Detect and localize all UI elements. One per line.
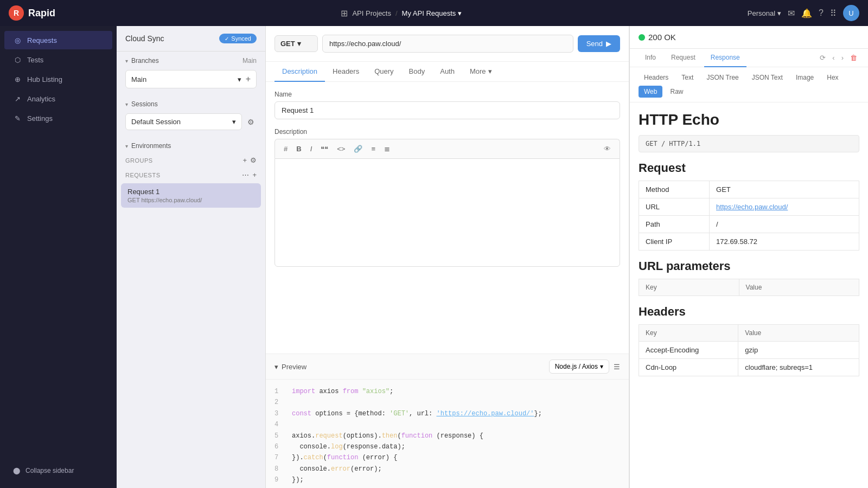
link-btn[interactable]: 🔗 xyxy=(352,144,365,154)
hub-icon: ⊕ xyxy=(13,75,22,84)
subtab-web[interactable]: Web xyxy=(639,86,662,98)
request-item-url: GET https://echo.paw.cloud/ xyxy=(127,197,254,203)
table-cell-value: 172.69.58.72 xyxy=(710,233,859,251)
branch-select[interactable]: Main ▾ + xyxy=(125,70,257,88)
sidebar-item-requests[interactable]: ◎ Requests xyxy=(4,31,112,49)
table-cell-key: Method xyxy=(639,181,710,198)
bell-icon[interactable]: 🔔 xyxy=(801,8,812,18)
bold-btn[interactable]: B xyxy=(294,144,303,154)
grid-apps-icon[interactable]: ⠿ xyxy=(830,8,837,18)
requests-header: Requests ⋯ + xyxy=(117,168,265,182)
italic-btn[interactable]: I xyxy=(308,144,315,154)
tab-description[interactable]: Description xyxy=(275,62,325,82)
chevron-down-icon: ▾ xyxy=(275,363,278,371)
mail-icon[interactable]: ✉ xyxy=(788,8,795,18)
tab-request[interactable]: Request xyxy=(665,49,702,67)
code-line: 2 xyxy=(275,397,620,408)
tab-body[interactable]: Body xyxy=(401,62,433,82)
subtab-headers[interactable]: Headers xyxy=(639,72,674,84)
request-editor: GET ▾ Send ▶ Description Headers Query B… xyxy=(266,26,629,488)
group-settings-icon[interactable]: ⚙ xyxy=(250,156,257,164)
subtab-hex[interactable]: Hex xyxy=(821,72,844,84)
left-sidebar: ◎ Requests ⬡ Tests ⊕ Hub Listing ↗ Analy… xyxy=(0,26,117,488)
main-layout: ◎ Requests ⬡ Tests ⊕ Hub Listing ↗ Analy… xyxy=(0,26,868,488)
name-input[interactable] xyxy=(275,101,620,119)
table-cell-key: Path xyxy=(639,216,710,233)
chevron-down-icon: ▾ xyxy=(125,101,128,107)
description-toolbar: # B I ❝❝ <> 🔗 ≡ ≣ 👁 xyxy=(275,139,620,158)
request-item[interactable]: Request 1 GET https://echo.paw.cloud/ xyxy=(121,183,261,208)
response-tab-actions: ⟳ ‹ › 🗑 xyxy=(818,52,859,64)
subtab-image[interactable]: Image xyxy=(790,72,819,84)
session-settings-icon[interactable]: ⚙ xyxy=(245,115,257,129)
session-row: Default Session ▾ ⚙ xyxy=(117,111,265,137)
language-select[interactable]: Node.js / Axios ▾ xyxy=(549,359,609,374)
tab-info[interactable]: Info xyxy=(639,49,662,67)
table-cell-key: Cdn-Loop xyxy=(639,359,738,376)
tab-auth[interactable]: Auth xyxy=(432,62,462,82)
request-item-name: Request 1 xyxy=(127,188,254,196)
subtab-text[interactable]: Text xyxy=(676,72,699,84)
code-line: 1 import axios from "axios"; xyxy=(275,386,620,397)
help-icon[interactable]: ? xyxy=(819,8,824,18)
tab-query[interactable]: Query xyxy=(367,62,401,82)
tab-headers[interactable]: Headers xyxy=(325,62,367,82)
sessions-label: Sessions xyxy=(131,100,158,108)
list-btn[interactable]: ≡ xyxy=(369,144,378,154)
subtab-raw[interactable]: Raw xyxy=(665,86,688,98)
url-input[interactable] xyxy=(322,35,573,53)
add-request-icon[interactable]: + xyxy=(252,171,257,179)
subtab-json-tree[interactable]: JSON Tree xyxy=(701,72,744,84)
branches-value: Main xyxy=(242,57,257,65)
tab-response[interactable]: Response xyxy=(704,49,746,67)
add-branch-icon[interactable]: + xyxy=(246,74,251,84)
api-projects-link[interactable]: API Projects xyxy=(352,9,391,17)
collapse-icon: ⬤ xyxy=(13,467,20,474)
code-btn[interactable]: <> xyxy=(335,144,347,154)
send-button[interactable]: Send ▶ xyxy=(578,35,620,52)
next-icon[interactable]: › xyxy=(839,52,846,64)
sessions-toggle[interactable]: ▾ Sessions xyxy=(125,100,158,108)
table-cell-key: URL xyxy=(639,198,710,216)
table-cell-value: gzip xyxy=(738,342,859,359)
my-api-requests-link[interactable]: My API Requests ▾ xyxy=(402,9,462,17)
branches-toggle[interactable]: ▾ Branches xyxy=(125,57,159,65)
more-requests-icon[interactable]: ⋯ xyxy=(242,171,249,179)
sidebar-item-analytics[interactable]: ↗ Analytics xyxy=(4,89,112,108)
cloud-sync-title: Cloud Sync xyxy=(125,34,164,43)
form-content: Name Description # B I ❝❝ <> 🔗 ≡ ≣ 👁 xyxy=(266,82,629,354)
description-editor[interactable] xyxy=(275,158,620,267)
subtab-json-text[interactable]: JSON Text xyxy=(746,72,788,84)
response-panel: 200 OK Info Request Response ⟳ ‹ › 🗑 Hea… xyxy=(629,26,868,488)
delete-icon[interactable]: 🗑 xyxy=(848,52,859,64)
collapse-sidebar-btn[interactable]: ⬤ Collapse sidebar xyxy=(4,462,112,479)
ordered-list-btn[interactable]: ≣ xyxy=(382,144,392,154)
table-cell-value: cloudflare; subreqs=1 xyxy=(738,359,859,376)
session-select[interactable]: Default Session ▾ xyxy=(125,113,242,130)
requests-label: Requests xyxy=(125,172,161,178)
avatar[interactable]: U xyxy=(843,5,859,21)
environments-toggle[interactable]: ▾ Environments xyxy=(125,142,171,150)
quote-btn[interactable]: ❝❝ xyxy=(318,144,330,154)
menu-icon[interactable]: ☰ xyxy=(614,363,620,371)
history-icon[interactable]: ⟳ xyxy=(818,52,828,64)
personal-workspace-btn[interactable]: Personal ▾ xyxy=(748,9,781,17)
top-navigation: R Rapid ⊞ API Projects / My API Requests… xyxy=(0,0,868,26)
preview-label: Preview xyxy=(282,363,307,371)
sidebar-item-hub-listing[interactable]: ⊕ Hub Listing xyxy=(4,70,112,88)
add-group-icon[interactable]: + xyxy=(242,156,247,164)
sidebar-item-settings[interactable]: ✎ Settings xyxy=(4,109,112,127)
request-section-title: Request xyxy=(639,161,859,175)
url-link[interactable]: https://echo.paw.cloud/ xyxy=(716,203,788,211)
heading-btn[interactable]: # xyxy=(282,144,290,154)
tab-more[interactable]: More ▾ xyxy=(462,62,500,82)
branch-value: Main xyxy=(131,75,146,84)
preview-toggle-btn[interactable]: 👁 xyxy=(602,144,613,154)
prev-icon[interactable]: ‹ xyxy=(830,52,837,64)
sidebar-item-tests[interactable]: ⬡ Tests xyxy=(4,50,112,69)
sidebar-item-label: Hub Listing xyxy=(27,75,62,84)
chevron-down-icon: ▾ xyxy=(777,9,781,17)
table-cell-key: Client IP xyxy=(639,233,710,251)
logo-icon: R xyxy=(9,5,24,21)
method-select[interactable]: GET ▾ xyxy=(275,35,318,52)
